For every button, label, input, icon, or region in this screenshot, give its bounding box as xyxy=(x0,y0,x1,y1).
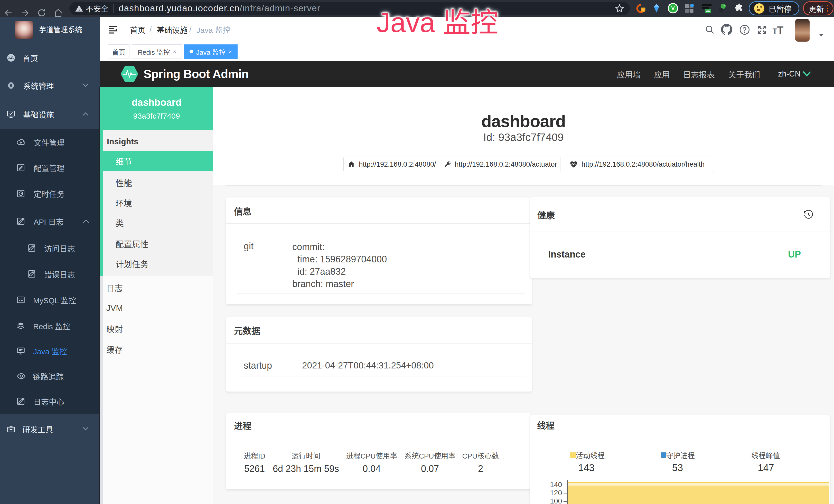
svg-text:1: 1 xyxy=(642,8,644,12)
svg-text:V: V xyxy=(671,5,675,11)
svg-text:on: on xyxy=(706,9,710,13)
